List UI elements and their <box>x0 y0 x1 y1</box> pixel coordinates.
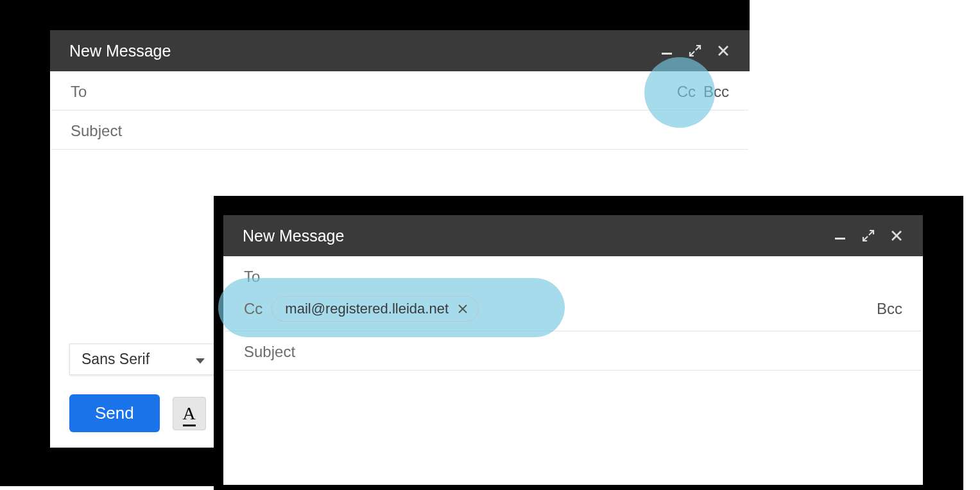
compose-header: New Message <box>50 30 750 71</box>
to-field-row[interactable]: To Cc Bcc <box>51 71 748 110</box>
to-field-row[interactable]: To <box>225 256 922 290</box>
svg-rect-1 <box>835 238 845 240</box>
compose-window-controls <box>833 229 904 243</box>
to-label: To <box>71 83 87 101</box>
subject-field-row[interactable]: Subject <box>225 331 922 371</box>
fullscreen-button[interactable] <box>861 229 875 243</box>
fullscreen-button[interactable] <box>688 44 702 58</box>
compose-title: New Message <box>69 42 171 60</box>
cc-field-row[interactable]: Cc mail@registered.lleida.net Bcc <box>225 290 922 331</box>
to-label: To <box>244 268 260 286</box>
minimize-button[interactable] <box>833 229 847 243</box>
bcc-toggle[interactable]: Bcc <box>877 300 902 318</box>
subject-label: Subject <box>244 343 295 361</box>
compose-body[interactable] <box>223 371 923 485</box>
close-button[interactable] <box>890 229 904 243</box>
cc-recipient-chip[interactable]: mail@registered.lleida.net <box>271 296 479 322</box>
text-format-icon: A <box>183 403 196 424</box>
text-format-button[interactable]: A <box>173 397 206 430</box>
compose-title: New Message <box>243 227 344 245</box>
compose-window-2: New Message To Cc mail@registered.lleida… <box>223 215 923 485</box>
bcc-toggle[interactable]: Bcc <box>703 83 729 101</box>
cc-recipient-email: mail@registered.lleida.net <box>285 301 449 317</box>
send-button[interactable]: Send <box>69 394 160 432</box>
close-button[interactable] <box>716 44 730 58</box>
compose-window-controls <box>660 44 730 58</box>
subject-label: Subject <box>71 122 122 140</box>
cc-label: Cc <box>244 300 262 318</box>
recipient-extra-actions: Bcc <box>877 300 902 318</box>
caret-down-icon <box>196 351 205 368</box>
subject-field-row[interactable]: Subject <box>51 110 748 150</box>
remove-chip-icon[interactable] <box>456 302 469 315</box>
recipient-extra-actions: Cc Bcc <box>677 83 729 101</box>
compose-header: New Message <box>223 215 923 256</box>
minimize-button[interactable] <box>660 44 674 58</box>
cc-toggle[interactable]: Cc <box>677 83 696 101</box>
svg-rect-0 <box>662 53 672 55</box>
font-family-select[interactable]: Sans Serif <box>69 344 217 375</box>
font-family-value: Sans Serif <box>82 351 150 368</box>
